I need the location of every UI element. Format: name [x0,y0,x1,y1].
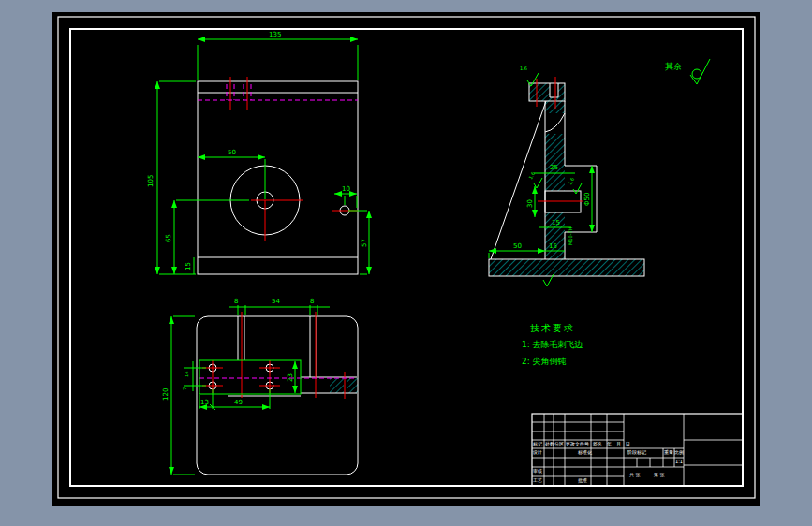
dim-bottom-hole-half: 7 [183,387,187,390]
dim-front-hole-x: 50 [228,150,236,156]
tb-sheet-total: 共 张 [629,473,641,477]
dim-bottom-plate-width: 23 [288,373,294,382]
tb-design: 设计 [533,450,542,455]
tb-scale-value: 1:1 [675,460,683,464]
tb-stage-mark: 阶段标记 [627,450,646,455]
roughness-icon-others [690,59,710,84]
rough-top-value: 1.6 [520,66,527,71]
tb-mark: 标记 [533,442,542,446]
dim-front-pin-height: 57 [362,239,368,247]
dim-front-width: 135 [269,32,281,38]
dim-front-base-height: 15 [185,262,192,270]
section-hatching [330,83,644,393]
hidden-lines [198,84,358,378]
dim-front-pin-offset: 10 [342,186,350,193]
tech-notes-line1: 1: 去除毛刺飞边 [522,341,583,349]
dim-side-base-width: 50 [513,243,522,250]
dim-side-neck-width: 25 [550,165,558,171]
dim-side-boss-dia: Φ50 [584,193,591,206]
dim-side-hole-height: 30 [527,199,534,208]
dim-bottom-hole-pitch: 49 [234,400,243,406]
dim-bottom-edge: 13 [200,400,209,406]
drawing-linework [0,0,812,526]
centerlines [202,77,583,399]
cad-viewer-page: 135 105 50 65 15 10 57 25 1.6 1.6 1.6 30… [0,0,812,526]
surface-note-label: 其余 [665,63,682,71]
tb-sheet-index: 第 张 [654,473,665,477]
dim-bottom-slot-left: 8 [234,299,238,305]
tb-zone: 分区 [554,442,564,446]
tb-scale: 比例 [674,450,684,455]
tech-notes-line2: 2: 尖角倒钝 [522,358,567,366]
dim-side-web: 15 [549,243,557,250]
border-frame [58,17,755,498]
dim-side-step: 15 [552,220,560,226]
dim-bottom-depth: 120 [163,388,170,401]
tb-auditor: 审核 [533,469,542,474]
part-outlines [197,81,644,475]
tb-date: 年、月、日 [607,442,630,446]
tb-weight: 重量 [664,450,673,455]
tb-approver: 批准 [578,478,587,483]
tb-signature: 签名 [593,442,602,446]
dim-bottom-slot-right: 8 [310,299,314,305]
dim-front-hole-y: 65 [166,234,172,242]
tb-count: 处数 [545,442,554,446]
dim-front-height: 105 [148,175,155,187]
dim-bottom-hole-row: 14 [185,372,189,377]
tb-change-doc: 更改文件号 [566,442,589,446]
tech-notes-title: 技术要求 [530,324,575,333]
tb-standardization: 标准化 [578,450,592,455]
thread-callout: M10-7H [568,227,573,245]
tb-process: 工艺 [533,478,542,483]
dim-bottom-slot-span: 54 [272,299,280,305]
